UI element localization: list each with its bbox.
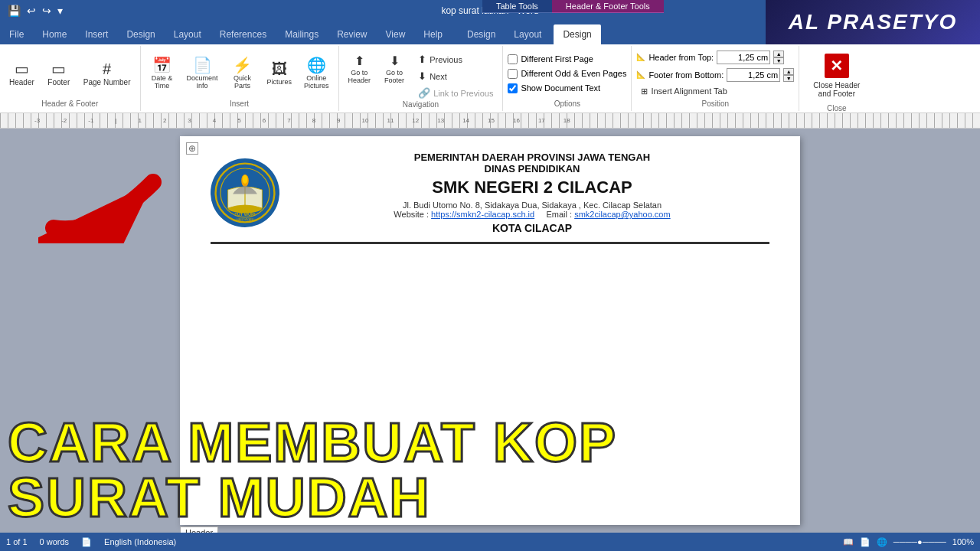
goto-header-button[interactable]: ⬆ Go toHeader xyxy=(344,52,376,87)
footer-from-bottom-row: 📐 Footer from Bottom: ▲ ▼ xyxy=(636,67,794,83)
document-header: TUT WURI HANDAYANI PEMERINTAH DAERAH PRO… xyxy=(211,152,769,244)
different-first-page-checkbox[interactable] xyxy=(508,54,518,64)
alignment-icon: ⊞ xyxy=(641,86,648,96)
header-top-down[interactable]: ▼ xyxy=(773,57,784,64)
tab-tt-design[interactable]: Design xyxy=(458,24,505,44)
header-top-spinner: ▲ ▼ xyxy=(773,51,784,64)
navigation-group: ⬆ Go toHeader ⬇ Go toFooter ⬆ Previous ⬇… xyxy=(339,46,504,111)
show-document-text-option: Show Document Text xyxy=(508,83,600,94)
header-footer-tools-label: Header & Footer Tools xyxy=(566,2,650,11)
show-document-text-checkbox[interactable] xyxy=(508,83,518,93)
tab-references[interactable]: References xyxy=(211,24,276,44)
header-from-top-row: 📐 Header from Top: ▲ ▼ xyxy=(636,50,784,65)
close-x-icon: ✕ xyxy=(825,54,849,78)
page-number-icon: # xyxy=(103,61,111,77)
header-top-input[interactable] xyxy=(717,51,770,64)
document-area: ⊕ TUT WURI xyxy=(0,129,980,533)
tab-insert[interactable]: Insert xyxy=(76,24,117,44)
footer-icon: ▭ xyxy=(51,61,66,77)
tab-mailings[interactable]: Mailings xyxy=(276,24,328,44)
tab-help[interactable]: Help xyxy=(414,24,452,44)
options-group-label: Options xyxy=(508,99,626,109)
school-address: Jl. Budi Utomo No. 8, Sidakaya Dua, Sida… xyxy=(295,201,769,210)
view-read-btn[interactable]: 📖 xyxy=(843,537,854,547)
tab-view[interactable]: View xyxy=(377,24,415,44)
insert-group: 📅 Date &Time 📄 DocumentInfo ⚡ QuickParts… xyxy=(141,46,339,111)
customize-qat[interactable]: ▾ xyxy=(56,3,64,18)
options-group: Different First Page Different Odd & Eve… xyxy=(503,46,632,111)
next-button[interactable]: ⬇ Next xyxy=(413,69,498,83)
different-first-page-option: Different First Page xyxy=(508,54,593,65)
quick-parts-icon: ⚡ xyxy=(233,57,252,73)
tab-design[interactable]: Design xyxy=(117,24,164,44)
header-footer-group: ▭ Header ▭ Footer # Page Number Header &… xyxy=(0,46,141,111)
quick-parts-button[interactable]: ⚡ QuickParts xyxy=(226,54,260,93)
watermark: AL PRASETYO xyxy=(766,0,980,44)
previous-button[interactable]: ⬆ Previous xyxy=(413,52,498,67)
redo-btn[interactable]: ↪ xyxy=(41,3,53,18)
date-time-button[interactable]: 📅 Date &Time xyxy=(145,54,179,93)
header-button[interactable]: ▭ Header xyxy=(5,58,39,90)
overlay-line1: CARA MEMBUAT KOP xyxy=(8,415,617,470)
tab-tt-layout[interactable]: Layout xyxy=(505,24,550,44)
previous-icon: ⬆ xyxy=(418,54,426,65)
header-footer-group-label: Header & Footer xyxy=(5,99,136,109)
footer-bottom-down[interactable]: ▼ xyxy=(783,75,794,82)
word-count: 0 words xyxy=(40,537,70,546)
tab-layout[interactable]: Layout xyxy=(165,24,211,44)
footer-bottom-up[interactable]: ▲ xyxy=(783,68,794,75)
tab-review[interactable]: Review xyxy=(328,24,376,44)
next-icon: ⬇ xyxy=(418,70,426,82)
save-btn[interactable]: 💾 xyxy=(6,3,22,18)
different-odd-even-option: Different Odd & Even Pages xyxy=(508,68,626,80)
overlay-line2: SURAT MUDAH xyxy=(8,470,617,525)
tab-home[interactable]: Home xyxy=(33,24,76,44)
page-count: 1 of 1 xyxy=(6,537,28,546)
document-info-icon: 📄 xyxy=(193,57,212,73)
tab-hf-design[interactable]: Design xyxy=(554,24,600,44)
undo-btn[interactable]: ↩ xyxy=(25,3,38,18)
school-name: SMK NEGERI 2 CILACAP xyxy=(295,178,769,197)
document-info-button[interactable]: 📄 DocumentInfo xyxy=(182,54,223,93)
ribbon: ▭ Header ▭ Footer # Page Number Header &… xyxy=(0,44,980,113)
svg-text:HANDAYANI: HANDAYANI xyxy=(237,217,254,221)
view-print-btn[interactable]: 📄 xyxy=(860,537,871,547)
date-time-icon: 📅 xyxy=(152,57,172,73)
tab-file[interactable]: File xyxy=(0,24,33,44)
header-ruler-icon: 📐 xyxy=(636,53,645,61)
overlay-text: CARA MEMBUAT KOP SURAT MUDAH xyxy=(0,407,625,533)
school-logo: TUT WURI HANDAYANI xyxy=(211,158,279,227)
goto-footer-icon: ⬇ xyxy=(390,55,400,67)
quick-access-toolbar: 💾 ↩ ↪ ▾ xyxy=(0,0,70,21)
footer-button[interactable]: ▭ Footer xyxy=(42,58,76,90)
language-indicator: 📄 xyxy=(81,537,92,547)
zoom-slider[interactable]: ────●──── xyxy=(893,537,946,547)
footer-ruler-icon: 📐 xyxy=(636,70,645,79)
pictures-button[interactable]: 🖼 Pictures xyxy=(263,58,297,89)
table-tools-label: Table Tools xyxy=(496,2,538,11)
header-top-up[interactable]: ▲ xyxy=(773,51,784,57)
school-info: PEMERINTAH DAERAH PROVINSI JAWA TENGAH D… xyxy=(295,152,769,234)
close-header-footer-button[interactable]: ✕ Close Headerand Footer xyxy=(804,47,869,104)
school-dinas: DINAS PENDIDIKAN xyxy=(295,163,769,174)
goto-footer-button[interactable]: ⬇ Go toFooter xyxy=(380,52,409,87)
view-web-btn[interactable]: 🌐 xyxy=(877,537,887,547)
school-contact: Website : https://smkn2-cilacap.sch.id E… xyxy=(295,210,769,219)
school-city: KOTA CILACAP xyxy=(295,222,769,234)
header-icon: ▭ xyxy=(15,61,29,77)
different-odd-even-checkbox[interactable] xyxy=(508,69,518,79)
online-pictures-button[interactable]: 🌐 OnlinePictures xyxy=(299,54,334,93)
footer-bottom-input[interactable] xyxy=(727,68,780,82)
insert-alignment-tab-button[interactable]: ⊞ Insert Alignment Tab xyxy=(636,85,731,98)
navigation-group-label: Navigation xyxy=(344,100,498,110)
status-bar: 1 of 1 0 words 📄 English (Indonesia) 📖 📄… xyxy=(0,533,980,551)
zoom-level: 100% xyxy=(952,537,974,547)
school-email-link[interactable]: smk2cilacap@yahoo.com xyxy=(574,210,671,219)
red-arrow xyxy=(38,152,191,243)
footer-bottom-spinner: ▲ ▼ xyxy=(783,68,794,82)
page-number-button[interactable]: # Page Number xyxy=(79,58,136,90)
link-to-previous-button[interactable]: 🔗 Link to Previous xyxy=(413,86,498,100)
svg-point-6 xyxy=(243,175,247,184)
position-group: 📐 Header from Top: ▲ ▼ 📐 Footer from Bot… xyxy=(632,46,799,111)
school-website-link[interactable]: https://smkn2-cilacap.sch.id xyxy=(431,210,534,219)
